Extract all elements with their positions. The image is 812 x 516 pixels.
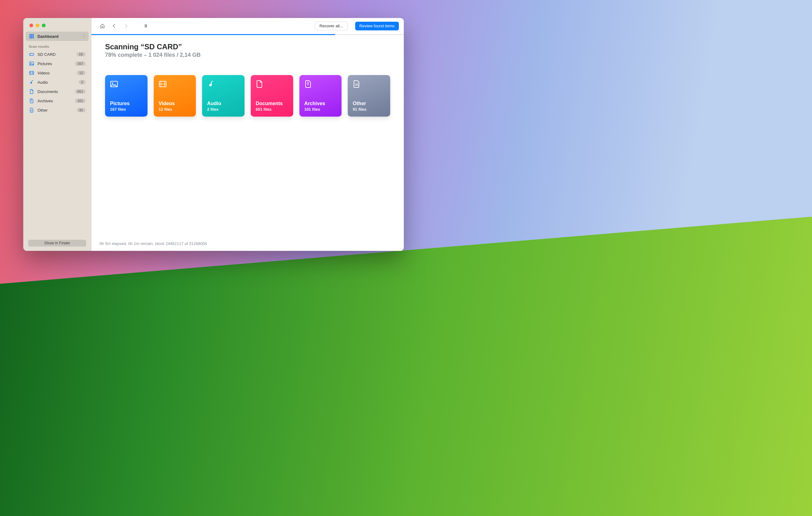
sidebar-item-dashboard[interactable]: Dashboard — [26, 32, 89, 41]
count-badge: 1K — [77, 52, 86, 56]
sidebar-item-pictures[interactable]: Pictures 167 — [26, 59, 89, 68]
sidebar-item-label: Dashboard — [37, 34, 78, 39]
recover-all-button[interactable]: Recover all... — [315, 22, 348, 30]
count-badge: 91 — [77, 108, 86, 112]
sidebar-item-archives[interactable]: Archives 101 — [26, 96, 89, 105]
app-window: Dashboard Scan results SD CARD 1K Pictur… — [23, 18, 404, 251]
svg-rect-17 — [30, 53, 34, 55]
card-count: 167 files — [110, 107, 143, 112]
show-in-finder-label: Show in Finder — [44, 241, 70, 245]
svg-point-9 — [83, 34, 84, 35]
svg-rect-19 — [30, 62, 34, 65]
forward-button[interactable] — [121, 22, 130, 30]
svg-rect-1 — [31, 34, 32, 35]
svg-point-12 — [84, 37, 85, 38]
sidebar-item-label: Documents — [37, 89, 72, 94]
svg-rect-23 — [146, 24, 147, 27]
sidebar-item-label: Videos — [37, 71, 74, 75]
svg-point-20 — [30, 63, 31, 63]
svg-rect-3 — [29, 36, 31, 37]
video-icon — [159, 80, 167, 88]
main-panel: Recover all... Review found items Scanni… — [91, 18, 404, 251]
archive-icon — [29, 98, 34, 104]
card-count: 101 files — [304, 107, 337, 112]
sidebar-item-sdcard[interactable]: SD CARD 1K — [26, 50, 89, 59]
card-count: 2 files — [207, 107, 239, 112]
sidebar-item-other[interactable]: Other 91 — [26, 105, 89, 115]
svg-rect-4 — [31, 36, 32, 37]
recover-all-label: Recover all... — [320, 24, 343, 28]
document-icon — [29, 89, 34, 94]
toolbar: Recover all... Review found items — [91, 18, 404, 34]
card-title: Other — [353, 101, 385, 106]
card-pictures[interactable]: Pictures 167 files — [105, 75, 147, 116]
grid-icon — [29, 33, 34, 39]
back-button[interactable] — [109, 22, 119, 30]
svg-rect-7 — [31, 37, 32, 38]
picture-icon — [110, 80, 118, 88]
svg-rect-22 — [145, 24, 146, 27]
status-text: 0h 5m elapsed, 0h 1m remain, block 24482… — [99, 241, 207, 246]
card-audio[interactable]: Audio 2 files — [202, 75, 244, 116]
card-videos[interactable]: Videos 12 files — [154, 75, 196, 116]
card-title: Pictures — [110, 101, 143, 106]
card-other[interactable]: Other 91 files — [348, 75, 390, 116]
svg-point-11 — [85, 36, 85, 36]
sidebar-item-label: Pictures — [37, 61, 72, 66]
spinner-icon — [81, 34, 86, 38]
review-found-items-label: Review found items — [359, 24, 395, 28]
count-badge: 12 — [77, 71, 86, 75]
count-badge: 2 — [79, 80, 86, 84]
status-bar: 0h 5m elapsed, 0h 1m remain, block 24482… — [91, 237, 404, 251]
sidebar-item-label: SD CARD — [37, 52, 74, 57]
picture-icon — [29, 61, 34, 66]
content-area: Scanning “SD CARD” 78% complete – 1 024 … — [91, 35, 404, 237]
count-badge: 101 — [75, 99, 86, 103]
other-file-icon — [353, 80, 361, 88]
window-minimize-button[interactable] — [36, 24, 39, 27]
svg-rect-2 — [33, 34, 34, 35]
card-archives[interactable]: Archives 101 files — [299, 75, 342, 116]
home-button[interactable] — [98, 22, 107, 30]
svg-point-15 — [82, 36, 82, 36]
audio-icon — [29, 79, 34, 85]
svg-point-13 — [83, 37, 84, 38]
card-title: Audio — [207, 101, 239, 106]
archive-icon — [304, 80, 312, 88]
svg-point-25 — [112, 82, 113, 84]
card-documents[interactable]: Documents 651 files — [251, 75, 293, 116]
svg-rect-8 — [33, 37, 34, 38]
sidebar-item-audio[interactable]: Audio 2 — [26, 78, 89, 87]
other-file-icon — [29, 107, 34, 113]
card-title: Archives — [304, 101, 337, 106]
svg-rect-0 — [29, 34, 31, 35]
svg-point-10 — [84, 35, 85, 35]
document-icon — [256, 80, 264, 88]
card-count: 651 files — [256, 107, 288, 112]
card-title: Videos — [159, 101, 191, 106]
page-subtitle: 78% complete – 1 024 files / 2,14 GB — [105, 52, 390, 58]
sidebar-item-videos[interactable]: Videos 12 — [26, 68, 89, 78]
svg-point-18 — [30, 54, 31, 55]
window-close-button[interactable] — [29, 24, 33, 27]
count-badge: 651 — [75, 89, 86, 93]
window-maximize-button[interactable] — [42, 24, 46, 27]
category-cards: Pictures 167 files Videos 12 files — [105, 75, 390, 116]
sidebar-item-documents[interactable]: Documents 651 — [26, 87, 89, 96]
sidebar-item-label: Other — [37, 108, 74, 113]
pause-button[interactable] — [141, 22, 150, 30]
sidebar-section-header: Scan results — [23, 41, 91, 50]
sidebar-item-label: Audio — [37, 80, 76, 85]
svg-rect-5 — [33, 36, 34, 37]
audio-icon — [207, 80, 215, 88]
card-count: 12 files — [159, 107, 191, 112]
drive-icon — [29, 52, 34, 57]
window-controls — [23, 18, 91, 32]
page-title: Scanning “SD CARD” — [105, 43, 390, 51]
review-found-items-button[interactable]: Review found items — [355, 22, 399, 30]
count-badge: 167 — [75, 61, 86, 66]
show-in-finder-button[interactable]: Show in Finder — [28, 240, 86, 247]
card-count: 91 files — [353, 107, 385, 112]
svg-rect-6 — [29, 37, 31, 38]
video-icon — [29, 70, 34, 76]
